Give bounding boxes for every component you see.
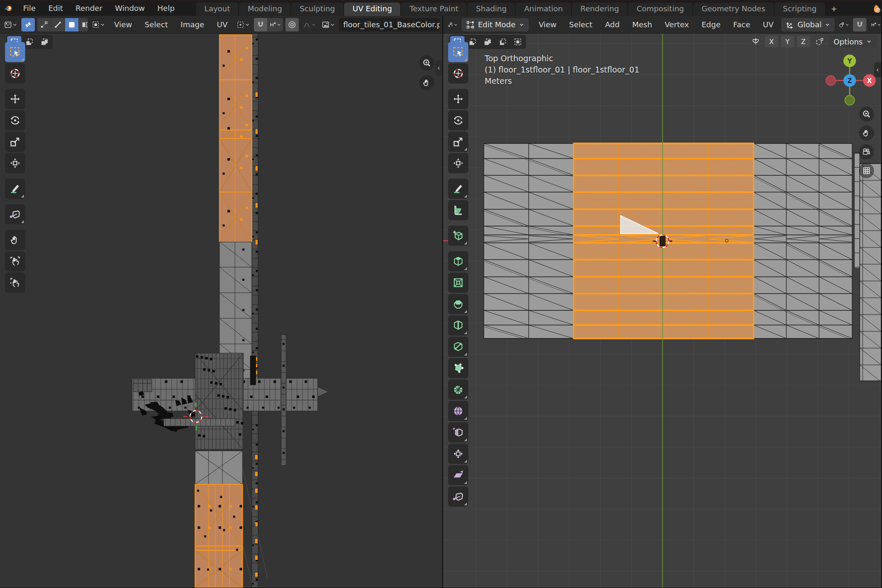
- mirror-axis-y-toggle[interactable]: Y: [781, 36, 794, 47]
- falloff-dropdown[interactable]: [301, 18, 318, 31]
- mirror-axis-x-toggle[interactable]: X: [765, 36, 778, 47]
- zoom-button[interactable]: [419, 55, 434, 70]
- uv-sync-toggle[interactable]: [21, 18, 35, 31]
- proportional-edit-toggle[interactable]: [285, 18, 299, 31]
- box-select-tool[interactable]: [448, 42, 468, 62]
- workspace-tab-shading[interactable]: Shading: [467, 3, 515, 16]
- menu-edge[interactable]: Edge: [697, 20, 725, 29]
- rip-region-tool[interactable]: [448, 487, 468, 507]
- poly-build-tool[interactable]: [448, 358, 468, 378]
- workspace-tab-rendering[interactable]: Rendering: [572, 3, 627, 16]
- mode-subtract-button[interactable]: [480, 36, 495, 48]
- zoom-gesture-tool[interactable]: [5, 251, 25, 271]
- move-tool[interactable]: [448, 89, 468, 109]
- loop-cut-tool[interactable]: [448, 315, 468, 336]
- inset-faces-tool[interactable]: [448, 273, 468, 293]
- orbit-gesture-tool[interactable]: [5, 273, 25, 293]
- face-select-button[interactable]: [65, 18, 78, 31]
- topbar-menu-help[interactable]: Help: [151, 1, 181, 16]
- menu-uv[interactable]: UV: [212, 20, 233, 29]
- menu-add[interactable]: Add: [600, 20, 625, 29]
- menu-image[interactable]: Image: [175, 20, 209, 29]
- sticky-selection-dropdown[interactable]: [90, 18, 107, 31]
- menu-select[interactable]: Select: [140, 20, 173, 29]
- measure-tool[interactable]: [448, 200, 468, 220]
- snap-with-dropdown[interactable]: [869, 18, 881, 31]
- workspace-tab-compositing[interactable]: Compositing: [628, 3, 692, 16]
- pan-button[interactable]: [859, 125, 874, 140]
- topbar-menu-render[interactable]: Render: [69, 1, 109, 16]
- options-dropdown[interactable]: Options: [829, 35, 877, 48]
- vertex-select-button[interactable]: [37, 18, 51, 31]
- menu-mesh[interactable]: Mesh: [627, 20, 657, 29]
- cursor-tool[interactable]: [5, 63, 25, 83]
- snap-base-icon[interactable]: [813, 35, 826, 48]
- transform-tool[interactable]: [5, 153, 25, 173]
- menu-face[interactable]: Face: [728, 20, 755, 29]
- menu-vertex[interactable]: Vertex: [660, 20, 694, 29]
- smooth-tool[interactable]: [448, 401, 468, 421]
- pivot-point-dropdown[interactable]: [837, 18, 851, 31]
- workspace-tab-layout[interactable]: Layout: [196, 3, 238, 16]
- annotate-tool[interactable]: [5, 179, 25, 199]
- mode-difference-button[interactable]: [496, 36, 510, 48]
- image-browse-dropdown[interactable]: [320, 18, 337, 31]
- topbar-menu-file[interactable]: File: [17, 1, 42, 16]
- editor-type-button[interactable]: [3, 18, 19, 31]
- shear-tool[interactable]: [448, 465, 468, 485]
- camera-view-button[interactable]: [859, 144, 874, 159]
- box-select-tool[interactable]: [5, 42, 25, 62]
- menu-view[interactable]: View: [109, 20, 137, 29]
- mirror-icon[interactable]: [749, 35, 762, 48]
- viewport-3d-canvas[interactable]: XYZOptions Top Orthographic (1) floor_1s…: [443, 34, 881, 588]
- toggle-orthographic-button[interactable]: [859, 163, 874, 178]
- topbar-menu-edit[interactable]: Edit: [42, 1, 69, 16]
- edge-select-button[interactable]: [51, 18, 65, 31]
- add-cube-tool[interactable]: [448, 226, 468, 246]
- uv-editor-canvas[interactable]: ‹: [0, 34, 442, 588]
- editor-type-button[interactable]: [446, 18, 459, 31]
- workspace-tab-texture-paint[interactable]: Texture Paint: [401, 3, 467, 16]
- rotate-tool[interactable]: [448, 110, 468, 130]
- scene-icon[interactable]: [871, 3, 882, 15]
- shrink-fatten-tool[interactable]: [448, 444, 468, 464]
- edge-slide-tool[interactable]: [448, 422, 468, 442]
- snap-toggle[interactable]: [254, 18, 267, 31]
- island-select-button[interactable]: [79, 18, 88, 31]
- snap-toggle[interactable]: [853, 18, 866, 31]
- scale-tool[interactable]: [5, 132, 25, 152]
- annotate-tool[interactable]: [448, 179, 468, 199]
- collapse-region-button[interactable]: ‹: [435, 60, 442, 75]
- menu-select[interactable]: Select: [564, 20, 598, 29]
- transform-orientation-dropdown[interactable]: Global: [781, 18, 835, 31]
- menu-view[interactable]: View: [534, 20, 562, 29]
- mirror-axis-z-toggle[interactable]: Z: [797, 36, 810, 47]
- topbar-menu-window[interactable]: Window: [109, 1, 151, 16]
- mode-intersect-button[interactable]: [511, 36, 525, 48]
- transform-tool[interactable]: [448, 153, 468, 173]
- navigation-gizmo[interactable]: Y X Z: [822, 53, 877, 109]
- move-tool[interactable]: [5, 89, 25, 109]
- pan-button[interactable]: [419, 75, 434, 90]
- rip-region-tool[interactable]: [5, 204, 25, 224]
- knife-tool[interactable]: [448, 337, 468, 357]
- add-workspace-tab[interactable]: +: [826, 3, 842, 16]
- workspace-tab-geometry-nodes[interactable]: Geometry Nodes: [693, 3, 774, 16]
- workspace-tab-sculpting[interactable]: Sculpting: [291, 3, 343, 16]
- workspace-tab-uv-editing[interactable]: UV Editing: [344, 3, 400, 16]
- rotate-tool[interactable]: [5, 110, 25, 130]
- snap-with-dropdown[interactable]: [268, 18, 283, 31]
- mode-dropdown[interactable]: Edit Mode: [462, 18, 529, 31]
- workspace-tab-modeling[interactable]: Modeling: [239, 3, 290, 16]
- pan-hand-tool[interactable]: [5, 230, 25, 250]
- workspace-tab-animation[interactable]: Animation: [516, 3, 571, 16]
- menu-uv[interactable]: UV: [758, 20, 779, 29]
- collapse-region-button[interactable]: ‹: [874, 62, 881, 77]
- spin-tool[interactable]: [448, 380, 468, 400]
- workspace-tab-scripting[interactable]: Scripting: [775, 3, 825, 16]
- cursor-tool[interactable]: [448, 63, 468, 83]
- pivot-point-dropdown[interactable]: [235, 18, 251, 31]
- bevel-tool[interactable]: [448, 294, 468, 314]
- scale-tool[interactable]: [448, 132, 468, 152]
- zoom-button[interactable]: [859, 107, 874, 122]
